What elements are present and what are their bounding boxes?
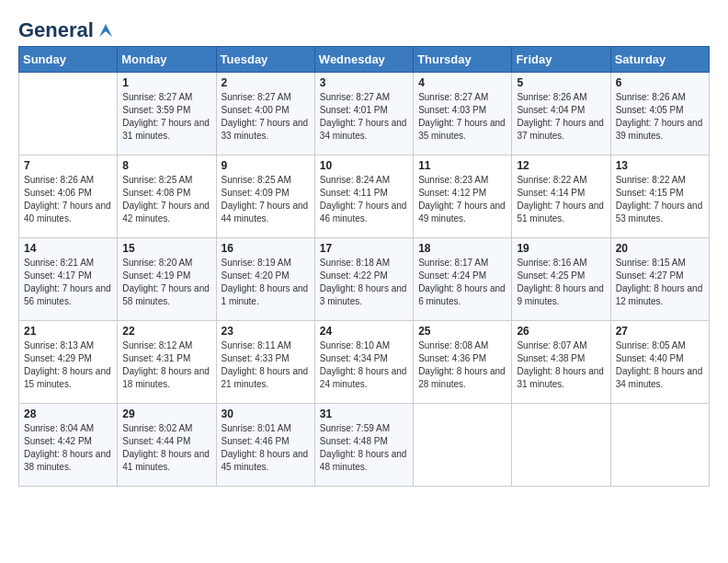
sunrise-text: Sunrise: 8:16 AM	[517, 257, 605, 270]
sunset-text: Sunset: 4:27 PM	[616, 270, 704, 282]
sunrise-text: Sunrise: 8:23 AM	[418, 174, 506, 187]
calendar-cell: 4 Sunrise: 8:27 AM Sunset: 4:03 PM Dayli…	[414, 73, 512, 155]
sunset-text: Sunset: 4:22 PM	[320, 270, 408, 282]
sunset-text: Sunset: 4:24 PM	[418, 270, 506, 282]
calendar-cell: 14 Sunrise: 8:21 AM Sunset: 4:17 PM Dayl…	[19, 238, 118, 321]
sunrise-text: Sunrise: 8:15 AM	[616, 257, 704, 270]
day-number: 20	[616, 242, 704, 255]
week-row-5: 28 Sunrise: 8:04 AM Sunset: 4:42 PM Dayl…	[19, 404, 710, 487]
sunrise-text: Sunrise: 8:20 AM	[122, 257, 210, 270]
day-header-wednesday: Wednesday	[314, 47, 413, 73]
sunset-text: Sunset: 4:46 PM	[222, 435, 310, 448]
calendar-cell: 7 Sunrise: 8:26 AM Sunset: 4:06 PM Dayli…	[19, 155, 118, 238]
logo-general: General	[18, 18, 94, 42]
cell-details: Sunrise: 8:04 AM Sunset: 4:42 PM Dayligh…	[24, 422, 112, 474]
daylight-text: Daylight: 7 hours and 31 minutes.	[122, 117, 210, 143]
day-header-saturday: Saturday	[610, 47, 709, 73]
sunset-text: Sunset: 4:15 PM	[616, 187, 704, 200]
sunrise-text: Sunrise: 8:22 AM	[517, 174, 605, 187]
day-header-tuesday: Tuesday	[216, 47, 314, 73]
calendar-cell: 31 Sunrise: 7:59 AM Sunset: 4:48 PM Dayl…	[314, 404, 413, 487]
daylight-text: Daylight: 8 hours and 41 minutes.	[122, 448, 210, 474]
day-number: 23	[222, 325, 310, 338]
sunrise-text: Sunrise: 8:27 AM	[222, 91, 310, 104]
cell-details: Sunrise: 7:59 AM Sunset: 4:48 PM Dayligh…	[320, 422, 408, 474]
day-header-friday: Friday	[512, 47, 610, 73]
day-number: 28	[24, 408, 112, 420]
sunset-text: Sunset: 4:48 PM	[320, 435, 408, 448]
cell-details: Sunrise: 8:22 AM Sunset: 4:14 PM Dayligh…	[517, 174, 605, 225]
daylight-text: Daylight: 7 hours and 44 minutes.	[222, 200, 310, 225]
day-number: 30	[222, 408, 310, 420]
day-number: 7	[24, 159, 112, 172]
calendar-cell: 6 Sunrise: 8:26 AM Sunset: 4:05 PM Dayli…	[610, 73, 709, 155]
daylight-text: Daylight: 8 hours and 9 minutes.	[517, 282, 605, 308]
daylight-text: Daylight: 7 hours and 56 minutes.	[24, 282, 112, 308]
daylight-text: Daylight: 7 hours and 53 minutes.	[616, 200, 704, 225]
day-number: 2	[222, 76, 310, 89]
calendar-cell: 17 Sunrise: 8:18 AM Sunset: 4:22 PM Dayl…	[314, 238, 413, 321]
day-number: 25	[418, 325, 506, 338]
day-number: 22	[122, 325, 210, 338]
daylight-text: Daylight: 7 hours and 46 minutes.	[320, 200, 408, 225]
sunset-text: Sunset: 4:12 PM	[418, 187, 506, 200]
week-row-3: 14 Sunrise: 8:21 AM Sunset: 4:17 PM Dayl…	[19, 238, 710, 321]
sunset-text: Sunset: 4:04 PM	[517, 104, 605, 117]
sunset-text: Sunset: 4:11 PM	[320, 187, 408, 200]
calendar-cell: 2 Sunrise: 8:27 AM Sunset: 4:00 PM Dayli…	[216, 73, 314, 155]
sunrise-text: Sunrise: 8:12 AM	[122, 339, 210, 352]
calendar-cell: 24 Sunrise: 8:10 AM Sunset: 4:34 PM Dayl…	[314, 321, 413, 404]
cell-details: Sunrise: 8:16 AM Sunset: 4:25 PM Dayligh…	[517, 257, 605, 308]
day-number: 26	[517, 325, 605, 338]
cell-details: Sunrise: 8:27 AM Sunset: 4:01 PM Dayligh…	[320, 91, 408, 143]
daylight-text: Daylight: 7 hours and 40 minutes.	[24, 200, 112, 225]
day-number: 1	[122, 76, 210, 89]
daylight-text: Daylight: 8 hours and 21 minutes.	[222, 365, 310, 391]
calendar-cell: 18 Sunrise: 8:17 AM Sunset: 4:24 PM Dayl…	[414, 238, 512, 321]
calendar-cell: 3 Sunrise: 8:27 AM Sunset: 4:01 PM Dayli…	[314, 73, 413, 155]
cell-details: Sunrise: 8:27 AM Sunset: 4:00 PM Dayligh…	[222, 91, 310, 143]
calendar-header: SundayMondayTuesdayWednesdayThursdayFrid…	[19, 47, 710, 73]
daylight-text: Daylight: 8 hours and 15 minutes.	[24, 365, 112, 391]
calendar-cell: 12 Sunrise: 8:22 AM Sunset: 4:14 PM Dayl…	[512, 155, 610, 238]
calendar-cell: 26 Sunrise: 8:07 AM Sunset: 4:38 PM Dayl…	[512, 321, 610, 404]
sunrise-text: Sunrise: 8:24 AM	[320, 174, 408, 187]
sunset-text: Sunset: 4:42 PM	[24, 435, 112, 448]
day-number: 14	[24, 242, 112, 255]
day-number: 13	[616, 159, 704, 172]
daylight-text: Daylight: 7 hours and 33 minutes.	[222, 117, 310, 143]
cell-details: Sunrise: 8:07 AM Sunset: 4:38 PM Dayligh…	[517, 339, 605, 391]
day-number: 11	[418, 159, 506, 172]
day-number: 18	[418, 242, 506, 255]
sunset-text: Sunset: 4:01 PM	[320, 104, 408, 117]
daylight-text: Daylight: 8 hours and 12 minutes.	[616, 282, 704, 308]
sunrise-text: Sunrise: 8:21 AM	[24, 257, 112, 270]
sunset-text: Sunset: 4:31 PM	[122, 352, 210, 365]
sunrise-text: Sunrise: 8:27 AM	[418, 91, 506, 104]
daylight-text: Daylight: 7 hours and 51 minutes.	[517, 200, 605, 225]
calendar-cell: 25 Sunrise: 8:08 AM Sunset: 4:36 PM Dayl…	[414, 321, 512, 404]
calendar-cell: 19 Sunrise: 8:16 AM Sunset: 4:25 PM Dayl…	[512, 238, 610, 321]
calendar-cell: 10 Sunrise: 8:24 AM Sunset: 4:11 PM Dayl…	[314, 155, 413, 238]
cell-details: Sunrise: 8:05 AM Sunset: 4:40 PM Dayligh…	[616, 339, 704, 391]
day-number: 15	[122, 242, 210, 255]
daylight-text: Daylight: 8 hours and 24 minutes.	[320, 365, 408, 391]
daylight-text: Daylight: 8 hours and 45 minutes.	[222, 448, 310, 474]
calendar-cell: 1 Sunrise: 8:27 AM Sunset: 3:59 PM Dayli…	[118, 73, 216, 155]
sunrise-text: Sunrise: 8:13 AM	[24, 339, 112, 352]
cell-details: Sunrise: 8:27 AM Sunset: 3:59 PM Dayligh…	[122, 91, 210, 143]
daylight-text: Daylight: 8 hours and 48 minutes.	[320, 448, 408, 474]
sunset-text: Sunset: 4:03 PM	[418, 104, 506, 117]
sunrise-text: Sunrise: 8:05 AM	[616, 339, 704, 352]
day-number: 29	[122, 408, 210, 420]
day-number: 3	[320, 76, 408, 89]
cell-details: Sunrise: 8:26 AM Sunset: 4:04 PM Dayligh…	[517, 91, 605, 143]
sunset-text: Sunset: 4:06 PM	[24, 187, 112, 200]
cell-details: Sunrise: 8:12 AM Sunset: 4:31 PM Dayligh…	[122, 339, 210, 391]
daylight-text: Daylight: 8 hours and 6 minutes.	[418, 282, 506, 308]
sunset-text: Sunset: 4:36 PM	[418, 352, 506, 365]
cell-details: Sunrise: 8:21 AM Sunset: 4:17 PM Dayligh…	[24, 257, 112, 308]
day-number: 6	[616, 76, 704, 89]
daylight-text: Daylight: 7 hours and 37 minutes.	[517, 117, 605, 143]
sunrise-text: Sunrise: 8:02 AM	[122, 422, 210, 435]
